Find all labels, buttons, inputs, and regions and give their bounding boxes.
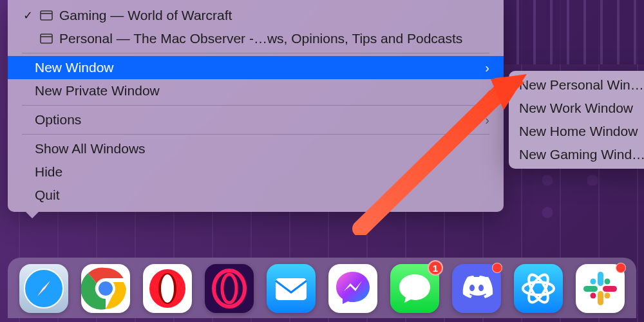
desktop-background-stripes — [502, 0, 644, 64]
dock-app-mail[interactable] — [267, 264, 316, 313]
menu-item-label: New Window — [35, 60, 478, 75]
dock-app-opera[interactable] — [143, 264, 192, 313]
dock-app-opera-gx[interactable] — [205, 264, 254, 313]
notification-badge: 1 — [428, 260, 443, 276]
chevron-right-icon: › — [485, 61, 489, 75]
menu-tail-icon — [26, 212, 39, 218]
svg-point-31 — [591, 293, 596, 299]
svg-rect-27 — [603, 286, 617, 292]
svg-rect-24 — [598, 272, 603, 286]
menu-item-label: New Private Window — [35, 83, 489, 99]
svg-rect-2 — [41, 34, 52, 43]
svg-point-29 — [605, 279, 611, 285]
dock-app-slack[interactable] — [576, 264, 625, 313]
menu-item-label: Options — [35, 112, 478, 128]
menu-window-item[interactable]: Personal — The Mac Observer -…ws, Opinio… — [8, 27, 504, 50]
menu-item-label: New Work Window — [519, 100, 644, 116]
submenu-item-home[interactable]: New Home Window — [509, 120, 644, 143]
dock-tray: 1 — [8, 258, 636, 318]
notification-badge — [616, 263, 626, 273]
menu-item-label: Personal — The Mac Observer -…ws, Opinio… — [59, 31, 489, 46]
dock-app-battlenet[interactable] — [514, 264, 563, 313]
menu-hide[interactable]: Hide — [8, 160, 504, 184]
new-window-submenu: New Personal Window New Work Window New … — [509, 71, 644, 169]
svg-rect-25 — [583, 286, 598, 292]
svg-rect-20 — [276, 278, 307, 300]
notification-badge — [492, 263, 502, 273]
menu-separator — [22, 134, 489, 135]
menu-new-private-window[interactable]: New Private Window — [8, 79, 504, 102]
menu-window-item[interactable]: ✓ Gaming — World of Warcraft — [8, 4, 504, 27]
dock: 1 — [0, 258, 644, 322]
dock-app-chrome[interactable] — [81, 264, 130, 313]
svg-point-19 — [222, 274, 236, 303]
dock-app-safari[interactable] — [19, 264, 68, 313]
menu-item-label: Quit — [35, 187, 489, 203]
window-icon — [40, 10, 53, 21]
menu-new-window[interactable]: New Window › — [8, 56, 504, 79]
dock-app-messenger[interactable] — [328, 264, 377, 313]
chevron-right-icon: › — [485, 113, 489, 128]
menu-item-label: Show All Windows — [35, 141, 489, 156]
menu-quit[interactable]: Quit — [8, 184, 504, 207]
dock-app-discord[interactable] — [452, 264, 501, 313]
menu-separator — [22, 53, 489, 53]
submenu-item-personal[interactable]: New Personal Window — [509, 73, 644, 97]
menu-item-label: New Home Window — [519, 124, 644, 139]
svg-point-17 — [161, 274, 174, 303]
dock-app-messages[interactable]: 1 — [390, 264, 439, 313]
checkmark-icon: ✓ — [22, 8, 33, 23]
menu-item-label: New Gaming Window — [519, 147, 644, 162]
window-icon — [40, 33, 53, 44]
submenu-item-gaming[interactable]: New Gaming Window — [509, 143, 644, 166]
menu-item-label: Hide — [35, 164, 489, 180]
submenu-item-work[interactable]: New Work Window — [509, 97, 644, 120]
menu-item-label: Gaming — World of Warcraft — [59, 8, 489, 23]
dock-context-menu: ✓ Gaming — World of Warcraft Personal — … — [8, 0, 504, 212]
menu-item-label: New Personal Window — [519, 77, 644, 93]
menu-show-all-windows[interactable]: Show All Windows — [8, 137, 504, 160]
svg-point-30 — [605, 293, 611, 299]
svg-point-28 — [591, 279, 596, 285]
svg-rect-26 — [598, 291, 603, 305]
svg-point-21 — [523, 282, 554, 295]
svg-rect-0 — [41, 11, 52, 20]
menu-options[interactable]: Options › — [8, 108, 504, 131]
menu-separator — [22, 105, 489, 106]
